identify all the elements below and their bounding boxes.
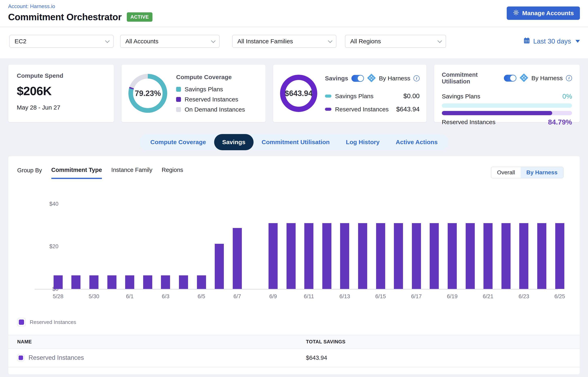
- harness-logo-icon: [367, 74, 376, 83]
- page-title: Commitment Orchestrator: [8, 12, 122, 23]
- savings-row-label: Savings Plans: [335, 93, 374, 100]
- chevron-down-icon: [328, 38, 333, 43]
- manage-accounts-button[interactable]: Manage Accounts: [507, 6, 580, 20]
- bar-5/31[interactable]: [107, 275, 116, 289]
- commitment-utilisation-card: Commitment Utilisation By Harness i Savi…: [434, 64, 580, 122]
- group-by-commitment-type[interactable]: Commitment Type: [51, 167, 102, 179]
- bar-6/25[interactable]: [555, 223, 564, 289]
- date-range-picker[interactable]: Last 30 days: [523, 37, 580, 46]
- utilisation-ri-value: 84.79%: [548, 118, 572, 126]
- group-by-label: Group By: [17, 167, 42, 174]
- group-by-row: Group By Commitment TypeInstance FamilyR…: [8, 167, 580, 179]
- service-dropdown-value: EC2: [15, 38, 26, 45]
- utilisation-sp-label: Savings Plans: [442, 93, 480, 100]
- bar-6/10[interactable]: [287, 223, 296, 289]
- compute-coverage-card: 79.23% Compute Coverage Savings PlansRes…: [121, 64, 266, 122]
- regions-dropdown-value: All Regions: [350, 38, 381, 45]
- bar-6/2[interactable]: [143, 275, 152, 289]
- x-axis-tick: 6/1: [126, 293, 134, 300]
- bar-6/24[interactable]: [537, 223, 546, 289]
- bar-6/13[interactable]: [340, 223, 349, 289]
- regions-dropdown[interactable]: All Regions: [345, 35, 446, 48]
- x-axis-tick: 6/3: [162, 293, 169, 300]
- savings-row: Reserved Instances$643.94: [325, 106, 420, 113]
- bar-6/4[interactable]: [179, 275, 188, 289]
- view-toggle-by-harness[interactable]: By Harness: [521, 167, 563, 178]
- coverage-legend-item: Reserved Instances: [176, 96, 245, 103]
- x-axis-tick: 6/5: [198, 293, 205, 300]
- group-by-instance-family[interactable]: Instance Family: [111, 167, 152, 179]
- chevron-down-icon: [438, 38, 442, 43]
- view-toggle-overall[interactable]: Overall: [491, 167, 521, 178]
- date-range-value: Last 30 days: [533, 37, 571, 45]
- compute-coverage-title: Compute Coverage: [176, 74, 245, 81]
- instance-families-dropdown[interactable]: All Instance Families: [232, 35, 336, 48]
- bar-6/12[interactable]: [322, 223, 332, 289]
- savings-ring-chart: $643.94: [280, 75, 317, 112]
- savings-table: NAME TOTAL SAVINGS Reserved Instances$64…: [8, 335, 580, 367]
- bar-6/17[interactable]: [412, 223, 421, 289]
- bar-6/15[interactable]: [376, 223, 385, 289]
- breadcrumb[interactable]: Account: Harness.io: [8, 3, 580, 10]
- bar-6/23[interactable]: [519, 223, 528, 289]
- bar-6/16[interactable]: [394, 223, 403, 289]
- bar-5/30[interactable]: [89, 275, 99, 289]
- bar-6/9[interactable]: [268, 223, 278, 289]
- bar-6/7[interactable]: [233, 228, 242, 289]
- summary-cards: Compute Spend $206K May 28 - Jun 27 79.2…: [0, 58, 588, 122]
- utilisation-by-harness-toggle[interactable]: [504, 75, 516, 82]
- x-axis-tick: 6/25: [555, 293, 565, 300]
- accounts-dropdown[interactable]: All Accounts: [120, 35, 220, 48]
- legend-swatch: [325, 108, 332, 111]
- tab-active-actions[interactable]: Active Actions: [388, 134, 446, 150]
- bar-6/1[interactable]: [125, 275, 134, 289]
- tab-commitment-utilisation[interactable]: Commitment Utilisation: [254, 134, 338, 150]
- harness-logo-icon: [520, 73, 528, 83]
- info-icon[interactable]: i: [566, 75, 572, 81]
- row-total-savings: $643.94: [306, 354, 580, 361]
- info-icon[interactable]: i: [413, 75, 420, 81]
- calendar-icon: [523, 37, 530, 46]
- filter-bar: EC2 All Accounts All Instance Families A…: [0, 27, 588, 58]
- bar-6/21[interactable]: [483, 223, 493, 289]
- bar-6/14[interactable]: [358, 223, 367, 289]
- x-axis-tick: 6/11: [304, 293, 314, 300]
- legend-swatch: [325, 94, 332, 98]
- chart-plot-area: $0$20$405/285/306/16/36/56/76/96/116/136…: [34, 204, 558, 290]
- savings-title: Savings: [325, 75, 348, 82]
- legend-toggle-reserved-instances[interactable]: [17, 318, 26, 326]
- caret-down-icon: [576, 40, 580, 43]
- bar-6/19[interactable]: [448, 223, 457, 289]
- table-body: Reserved Instances$643.94: [8, 349, 580, 367]
- tab-log-history[interactable]: Log History: [338, 134, 388, 150]
- bar-6/5[interactable]: [197, 275, 206, 289]
- table-header: NAME TOTAL SAVINGS: [8, 335, 580, 349]
- bar-6/22[interactable]: [501, 223, 510, 289]
- x-axis-tick: 6/9: [269, 293, 277, 300]
- service-dropdown[interactable]: EC2: [9, 35, 114, 48]
- bar-6/11[interactable]: [304, 223, 313, 289]
- bar-5/29[interactable]: [71, 275, 80, 289]
- bar-6/3[interactable]: [161, 275, 170, 289]
- x-axis-tick: 6/13: [340, 293, 350, 300]
- row-legend-chip[interactable]: [17, 354, 24, 361]
- bar-6/20[interactable]: [466, 223, 475, 289]
- bar-5/28[interactable]: [54, 275, 63, 289]
- savings-by-harness-toggle[interactable]: [351, 75, 364, 82]
- savings-bar-chart: $0$20$405/285/306/16/36/56/76/96/116/136…: [8, 202, 559, 303]
- compute-spend-title: Compute Spend: [17, 72, 105, 79]
- x-axis-tick: 5/28: [53, 293, 64, 300]
- utilisation-by-harness-label: By Harness: [531, 75, 563, 82]
- bar-6/6[interactable]: [215, 244, 224, 289]
- coverage-legend-item: Savings Plans: [176, 86, 245, 93]
- chevron-down-icon: [211, 38, 216, 43]
- row-name: Reserved Instances: [29, 354, 84, 361]
- group-by-regions[interactable]: Regions: [162, 167, 183, 179]
- tab-compute-coverage[interactable]: Compute Coverage: [142, 134, 214, 150]
- chevron-down-icon: [105, 38, 110, 43]
- x-axis-tick: 6/7: [233, 293, 241, 300]
- savings-card: $643.94 Savings By Harness i Savings: [273, 64, 427, 122]
- y-axis-tick: $40: [42, 201, 58, 207]
- bar-6/18[interactable]: [430, 223, 439, 289]
- tab-savings[interactable]: Savings: [214, 134, 254, 150]
